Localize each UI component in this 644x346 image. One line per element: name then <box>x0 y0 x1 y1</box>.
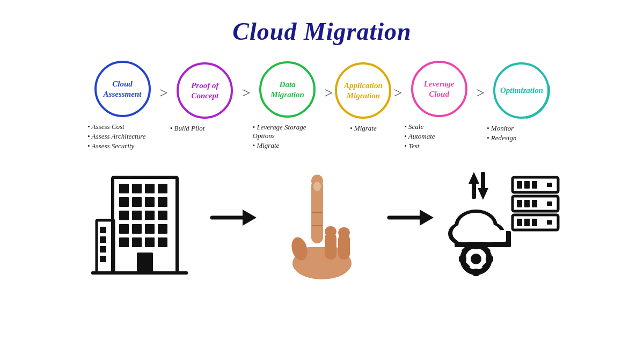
svg-marker-43 <box>420 210 434 226</box>
svg-rect-53 <box>547 201 552 206</box>
bullet-redesign: Redesign <box>487 134 557 142</box>
svg-rect-8 <box>132 197 142 207</box>
arrow-1 <box>209 204 258 242</box>
bottom-row <box>0 161 644 285</box>
svg-rect-4 <box>132 184 142 193</box>
bullet-assess-security: Assess Security <box>87 142 157 150</box>
bullets-optimization: Monitor Redesign <box>487 124 557 150</box>
building-icon-area <box>75 167 204 279</box>
svg-rect-21 <box>145 237 155 247</box>
svg-rect-22 <box>158 237 167 247</box>
bullets-leverage-cloud: Scale Automate Test <box>404 122 474 152</box>
chevron-4: > <box>393 85 402 100</box>
svg-point-73 <box>471 254 481 264</box>
bullets-cloud-assessment: Assess Cost Assess Architecture Assess S… <box>87 122 157 152</box>
bullet-build-pilot: Build Pilot <box>170 124 240 133</box>
bullet-test: Test <box>404 142 474 150</box>
chevron-3: > <box>325 85 333 100</box>
svg-rect-9 <box>145 197 155 207</box>
svg-marker-61 <box>478 188 488 200</box>
svg-rect-55 <box>517 219 522 226</box>
svg-rect-16 <box>132 224 142 234</box>
svg-rect-25 <box>100 236 106 243</box>
svg-rect-23 <box>137 253 153 273</box>
svg-rect-75 <box>473 269 479 276</box>
svg-rect-17 <box>145 224 155 234</box>
chevron-5: > <box>476 85 485 100</box>
circles-row: CloudAssessment Assess Cost Assess Archi… <box>0 61 644 152</box>
arrow-2 <box>386 204 435 242</box>
svg-rect-7 <box>119 197 129 207</box>
svg-rect-14 <box>158 211 167 220</box>
svg-rect-10 <box>158 197 167 207</box>
svg-point-41 <box>313 182 321 191</box>
bullet-monitor: Monitor <box>487 124 557 133</box>
circle-unit-data-migration: DataMigration Leverage Storage Options M… <box>253 61 323 151</box>
svg-rect-19 <box>119 237 129 247</box>
page-title: Cloud Migration <box>0 0 644 46</box>
cloud-server-icon <box>443 167 566 279</box>
svg-marker-59 <box>469 172 479 184</box>
circle-data-migration: DataMigration <box>259 61 316 118</box>
bullet-leverage-storage: Leverage Storage Options <box>253 123 323 140</box>
svg-rect-11 <box>119 211 129 220</box>
bullet-automate: Automate <box>404 132 474 141</box>
circle-unit-leverage-cloud: LeverageCloud Scale Automate Test <box>404 61 474 152</box>
svg-rect-12 <box>132 211 142 220</box>
circle-application-migration: ApplicationMigration <box>335 62 391 119</box>
svg-marker-29 <box>243 210 257 226</box>
bullet-migrate-data: Migrate <box>253 141 323 150</box>
bullets-application-migration: Migrate <box>335 124 391 150</box>
circle-leverage-cloud: LeverageCloud <box>411 61 467 117</box>
svg-rect-51 <box>524 200 530 207</box>
circle-optimization: Optimization <box>493 62 550 119</box>
svg-rect-76 <box>459 256 466 262</box>
svg-rect-15 <box>119 224 129 234</box>
svg-rect-45 <box>517 181 522 189</box>
svg-rect-57 <box>532 219 537 226</box>
building-icon <box>86 167 193 279</box>
svg-rect-52 <box>532 200 537 207</box>
svg-rect-27 <box>100 256 106 262</box>
svg-rect-26 <box>100 246 106 253</box>
svg-rect-5 <box>145 184 155 193</box>
svg-rect-48 <box>547 183 552 187</box>
svg-rect-3 <box>119 184 129 193</box>
bullets-data-migration: Leverage Storage Options Migrate <box>253 123 323 151</box>
svg-rect-6 <box>158 184 167 193</box>
svg-rect-34 <box>338 227 350 238</box>
svg-rect-60 <box>472 183 476 199</box>
circle-cloud-assessment: CloudAssessment <box>94 61 151 117</box>
svg-rect-13 <box>145 211 155 220</box>
bullet-migrate-app: Migrate <box>335 124 391 133</box>
circle-unit-cloud-assessment: CloudAssessment Assess Cost Assess Archi… <box>87 61 157 152</box>
svg-rect-47 <box>532 181 537 189</box>
svg-rect-56 <box>524 219 530 226</box>
chevron-2: > <box>242 85 251 100</box>
svg-rect-62 <box>481 172 485 189</box>
svg-rect-46 <box>524 181 530 189</box>
svg-rect-74 <box>473 242 479 249</box>
bullet-assess-architecture: Assess Architecture <box>87 132 157 141</box>
circle-unit-optimization: Optimization Monitor Redesign <box>487 62 557 150</box>
bullet-assess-cost: Assess Cost <box>87 122 157 131</box>
circle-proof-of-concept: Proof ofConcept <box>177 62 233 119</box>
bullets-proof-of-concept: Build Pilot <box>170 124 240 150</box>
circle-unit-application-migration: ApplicationMigration Migrate <box>335 62 391 150</box>
svg-rect-70 <box>458 230 506 242</box>
bullet-scale: Scale <box>404 122 474 131</box>
cloud-server-icon-area <box>440 167 569 279</box>
svg-rect-20 <box>132 237 142 247</box>
svg-rect-50 <box>517 200 522 207</box>
chevron-1: > <box>159 85 168 100</box>
hand-icon-area <box>263 164 381 282</box>
hand-icon <box>274 164 370 282</box>
svg-rect-77 <box>486 256 493 262</box>
svg-rect-36 <box>325 226 336 237</box>
svg-rect-24 <box>100 227 106 233</box>
circle-unit-proof-of-concept: Proof ofConcept Build Pilot <box>170 62 240 150</box>
svg-rect-58 <box>547 220 552 225</box>
svg-rect-18 <box>158 224 167 234</box>
